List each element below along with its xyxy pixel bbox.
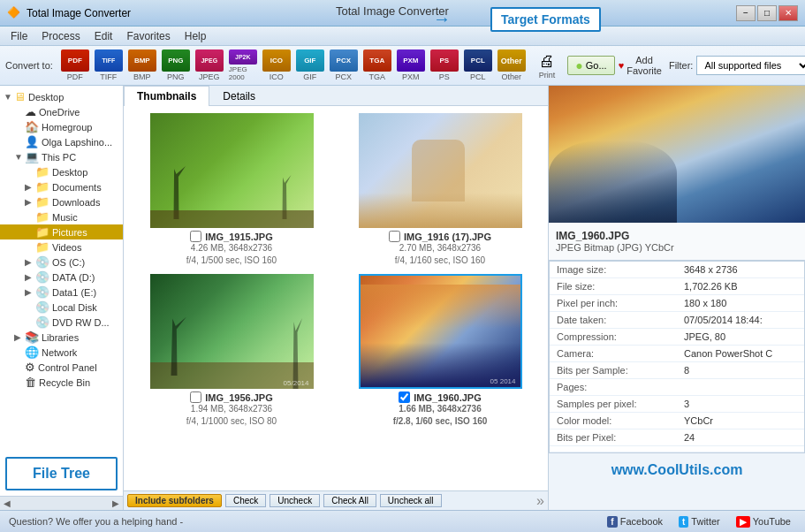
computer-icon: 💻 — [25, 150, 39, 163]
scroll-right-icon[interactable]: ▶ — [112, 498, 119, 508]
format-tga-button[interactable]: TGA TGA — [362, 49, 392, 82]
checkbox-1956[interactable] — [190, 391, 201, 403]
menu-help[interactable]: Help — [178, 28, 214, 44]
format-jp2k-button[interactable]: JP2K JPEG 2000 — [228, 49, 258, 82]
tree-item-pictures[interactable]: 📁 Pictures — [0, 224, 123, 239]
tree-item-recycle-bin[interactable]: 🗑 Recycle Bin — [0, 375, 123, 390]
expand-icon: ▼ — [14, 152, 23, 162]
format-ps-button[interactable]: PS PS — [429, 49, 459, 82]
app-icon: 🔶 — [7, 6, 21, 20]
maximize-button[interactable]: □ — [757, 5, 777, 21]
format-pcl-button[interactable]: PCL PCL — [463, 49, 493, 82]
tree-horizontal-scroll[interactable]: ◀ ▶ — [0, 496, 123, 510]
thumbnail-image-1960[interactable]: 05 2014 — [359, 274, 522, 389]
tree-item-videos[interactable]: 📁 Videos — [0, 239, 123, 255]
tree-item-local-disk[interactable]: 💿 Local Disk — [0, 300, 123, 315]
filter-area: Filter: All supported files Advanced fil… — [669, 52, 805, 79]
filter-label: Filter: — [669, 60, 694, 71]
image-size-1915: 4.26 MB, 3648x2736 — [191, 242, 272, 255]
scroll-right-center[interactable]: » — [536, 493, 544, 509]
window-controls: − □ ✕ — [736, 5, 798, 21]
tab-details[interactable]: Details — [209, 86, 269, 106]
tree-item-c-drive[interactable]: ▶ 💿 OS (C:) — [0, 255, 123, 270]
meta-empty-2 — [677, 446, 804, 452]
format-pxm-button[interactable]: PXM PXM — [396, 49, 426, 82]
arrow-indicator: → — [433, 9, 451, 29]
tree-item-onedrive[interactable]: ☁ OneDrive — [0, 104, 123, 119]
add-favorite-button[interactable]: ♥ Add Favorite — [619, 55, 662, 76]
youtube-button[interactable]: ▶ YouTube — [731, 514, 796, 529]
image-name-1956: IMG_1956.JPG — [205, 392, 272, 403]
print-button[interactable]: 🖨 Print — [539, 52, 556, 80]
tab-bar: Thumbnails Details — [124, 86, 548, 106]
folder-icon: 📁 — [35, 195, 49, 209]
menu-process[interactable]: Process — [34, 28, 87, 44]
png-icon: PNG — [162, 49, 190, 72]
check-button[interactable]: Check — [225, 494, 266, 507]
format-pcx-button[interactable]: PCX PCX — [329, 49, 359, 82]
include-subfolders-button[interactable]: Include subfolders — [127, 494, 222, 507]
expand-icon: ▶ — [25, 197, 34, 207]
menu-file[interactable]: File — [4, 28, 34, 44]
minimize-button[interactable]: − — [736, 5, 756, 21]
format-pdf-button[interactable]: PDF PDF — [60, 49, 90, 82]
tree-item-control-panel[interactable]: ⚙ Control Panel — [0, 360, 123, 375]
thumbnail-image-1915[interactable] — [150, 113, 314, 228]
format-tiff-button[interactable]: TIFF TIFF — [94, 49, 124, 82]
right-panel: Preview IMG_1960.JPG JPEG Bitmap (JPG) Y… — [549, 86, 805, 510]
metadata-grid: Image size: 3648 x 2736 File size: 1,702… — [549, 261, 805, 453]
jpeg-icon: JPEG — [195, 49, 224, 72]
format-jpeg-button[interactable]: JPEG JPEG — [194, 49, 224, 82]
tree-item-music[interactable]: 📁 Music — [0, 209, 123, 224]
format-bmp-button[interactable]: BMP BMP — [127, 49, 157, 82]
printer-icon: 🖨 — [539, 52, 555, 71]
meta-value-bits-sample: 8 — [677, 362, 804, 379]
thumbnail-image-1956[interactable]: 05/2014 — [150, 274, 314, 389]
tree-item-thispc[interactable]: ▼ 💻 This PC — [0, 149, 123, 164]
disk-icon: 💿 — [35, 255, 49, 269]
facebook-button[interactable]: f Facebook — [602, 514, 668, 529]
checkbox-1960[interactable] — [399, 391, 410, 403]
meta-empty-1 — [550, 446, 677, 452]
format-gif-button[interactable]: GIF GIF — [295, 49, 325, 82]
tree-item-network[interactable]: 🌐 Network — [0, 345, 123, 360]
filter-select[interactable]: All supported files — [696, 56, 805, 75]
file-tree-button[interactable]: File Tree — [5, 457, 118, 490]
tree-item-pc-desktop[interactable]: 📁 Desktop — [0, 164, 123, 179]
toolbar: Convert to: PDF PDF TIFF TIFF BMP BMP PN… — [0, 46, 805, 86]
twitter-button[interactable]: t Twitter — [673, 514, 725, 529]
checkbox-1915[interactable] — [190, 231, 201, 242]
meta-value-filesize: 1,702.26 KB — [677, 278, 804, 295]
thumbnail-image-1916[interactable] — [359, 113, 522, 228]
tree-item-dvd[interactable]: 💿 DVD RW D... — [0, 315, 123, 330]
list-item: 05 2014 IMG_1960.JPG 1.66 MB, 3648x2736 … — [339, 274, 541, 428]
tree-item-documents[interactable]: ▶ 📁 Documents — [0, 179, 123, 194]
tree-item-downloads[interactable]: ▶ 📁 Downloads — [0, 194, 123, 209]
format-png-button[interactable]: PNG PNG — [161, 49, 191, 82]
meta-value-datetaken: 07/05/2014 18:44: — [677, 312, 804, 329]
tree-item-libraries[interactable]: ▶ 📚 Libraries — [0, 330, 123, 345]
tree-item-d-drive[interactable]: ▶ 💿 DATA (D:) — [0, 270, 123, 285]
tree-item-homegroup[interactable]: 🏠 Homegroup — [0, 119, 123, 134]
list-item: IMG_1915.JPG 4.26 MB, 3648x2736 f/4, 1/5… — [131, 113, 332, 267]
checkbox-1916[interactable] — [389, 231, 400, 242]
disk-icon: 💿 — [35, 300, 49, 314]
image-info-1956: f/4, 1/1000 sec, ISO 80 — [186, 415, 277, 428]
menu-favorites[interactable]: Favorites — [119, 28, 177, 44]
close-button[interactable]: ✕ — [778, 5, 798, 21]
menu-edit[interactable]: Edit — [87, 28, 120, 44]
tree-item-e-drive[interactable]: ▶ 💿 Data1 (E:) — [0, 285, 123, 300]
coolutils-link[interactable]: www.CoolUtils.com — [549, 453, 805, 487]
go-button[interactable]: ● Go... — [567, 56, 614, 75]
format-ico-button[interactable]: ICO ICO — [262, 49, 292, 82]
uncheck-button[interactable]: Uncheck — [270, 494, 320, 507]
scroll-left-icon[interactable]: ◀ — [4, 498, 11, 508]
tree-item-desktop[interactable]: ▼ 🖥 Desktop — [0, 89, 123, 104]
pcl-icon: PCL — [464, 49, 492, 72]
check-all-button[interactable]: Check All — [323, 494, 376, 507]
tab-thumbnails[interactable]: Thumbnails — [124, 86, 209, 106]
uncheck-all-button[interactable]: Uncheck all — [380, 494, 442, 507]
tree-item-user[interactable]: 👤 Olga Lapshino... — [0, 134, 123, 149]
format-other-button[interactable]: Other Other — [497, 49, 527, 82]
meta-label-compression: Compression: — [550, 329, 677, 346]
